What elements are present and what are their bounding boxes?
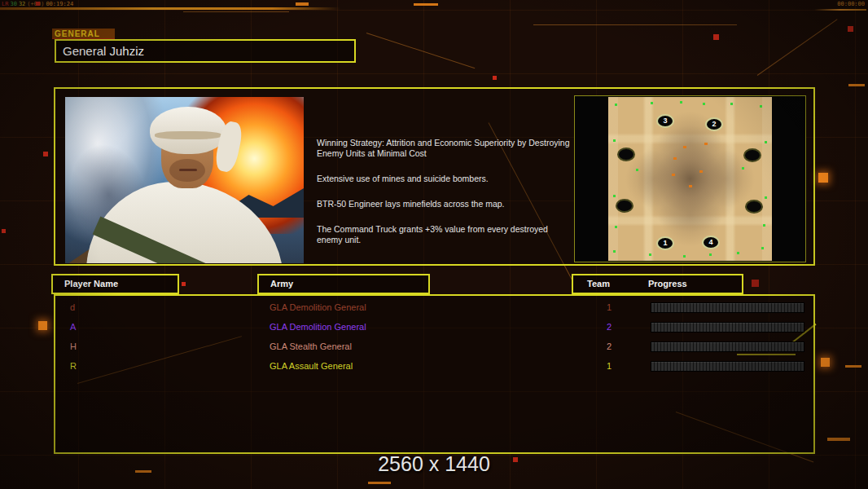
general-name: General Juhziz xyxy=(63,44,144,58)
loading-progress-bar xyxy=(651,341,804,352)
player-name: d xyxy=(70,301,75,314)
decor-dash xyxy=(414,3,438,6)
decor-square xyxy=(493,76,497,80)
decor-square xyxy=(43,152,48,156)
map-empty-position xyxy=(745,200,763,214)
column-header-team: Team xyxy=(587,275,610,293)
strategy-briefing: Winning Strategy: Attrition and Economic… xyxy=(317,138,571,260)
player-team: 1 xyxy=(603,301,616,314)
circuit-trace xyxy=(183,11,289,12)
match-clock: 00:00:00 xyxy=(837,1,865,7)
decor-glow-square xyxy=(38,321,47,330)
map-start-position: 1 xyxy=(656,236,674,250)
clock-accent-bar xyxy=(814,9,866,11)
loading-progress-bar xyxy=(651,361,804,372)
decor-dash xyxy=(368,482,391,484)
debug-seg: 30 xyxy=(10,1,16,7)
circuit-trace xyxy=(366,33,475,68)
loading-progress-bar xyxy=(651,322,804,333)
portrait-turban xyxy=(150,107,226,154)
column-header-player-name: Player Name xyxy=(51,274,179,294)
player-row: H GLA Stealth General 2 xyxy=(55,340,813,353)
decor-dash xyxy=(848,84,865,86)
general-tab-label: GENERAL xyxy=(52,29,115,39)
map-empty-position xyxy=(617,148,635,161)
general-name-box: General Juhziz xyxy=(55,39,356,63)
circuit-trace xyxy=(533,24,737,25)
decor-glow-square xyxy=(818,173,828,183)
decor-square xyxy=(713,34,719,40)
player-team: 1 xyxy=(603,359,616,372)
map-start-position: 2 xyxy=(705,117,723,131)
map-preview-image: 3 2 1 4 xyxy=(608,97,772,261)
map-start-position: 4 xyxy=(702,236,720,249)
decor-square xyxy=(182,282,186,286)
player-name: R xyxy=(70,359,77,372)
player-name: H xyxy=(70,340,77,353)
decor-square xyxy=(848,26,853,32)
player-army: GLA Stealth General xyxy=(270,340,352,353)
column-header-team-progress: Team Progress xyxy=(572,274,743,294)
debug-seg: 00:19:24 xyxy=(46,1,73,7)
decor-square xyxy=(2,229,6,233)
general-portrait-image xyxy=(65,97,304,263)
portrait-turban-band xyxy=(155,131,221,139)
map-center-dots xyxy=(683,146,686,148)
top-accent-bar xyxy=(0,7,340,10)
decor-glow-square xyxy=(821,358,830,367)
player-roster-table: d GLA Demolition General 1 A GLA Demolit… xyxy=(54,294,815,454)
portrait-mouth xyxy=(179,169,197,171)
briefing-paragraph: Winning Strategy: Attrition and Economic… xyxy=(317,138,571,159)
circuit-trace xyxy=(757,19,838,76)
decor-dash xyxy=(845,365,861,368)
loading-screen: { "hud": { "debug_segments": [ { "text":… xyxy=(0,0,868,489)
player-row: A GLA Demolition General 2 xyxy=(55,320,813,333)
player-army: GLA Demolition General xyxy=(270,320,366,333)
map-empty-position xyxy=(616,199,633,213)
player-army: GLA Assault General xyxy=(270,359,353,372)
loading-progress-bar xyxy=(651,302,804,313)
column-header-army: Army xyxy=(257,274,430,294)
column-header-progress: Progress xyxy=(648,275,687,293)
debug-seg: LR xyxy=(2,1,8,7)
decor-square xyxy=(752,280,759,287)
player-team: 2 xyxy=(603,340,616,353)
player-team: 2 xyxy=(603,320,616,333)
briefing-paragraph: BTR-50 Engineer lays minefields across t… xyxy=(317,199,571,209)
player-row: d GLA Demolition General 1 xyxy=(55,301,813,314)
map-preview-panel: 3 2 1 4 xyxy=(574,95,806,262)
decor-dash xyxy=(296,2,309,6)
debug-seg: 32 xyxy=(19,1,25,7)
decor-square xyxy=(36,2,40,6)
resolution-label: 2560 x 1440 xyxy=(0,452,868,476)
player-army: GLA Demolition General xyxy=(270,301,366,314)
player-name: A xyxy=(70,320,76,333)
map-empty-position xyxy=(743,148,761,162)
map-resource-dots xyxy=(615,104,617,106)
briefing-paragraph: The Command Truck grants +3% value from … xyxy=(317,224,571,245)
map-start-position: 3 xyxy=(656,114,674,128)
player-row: R GLA Assault General 1 xyxy=(55,359,813,372)
briefing-paragraph: Extensive use of mines and suicide bombe… xyxy=(317,174,571,184)
decor-dash xyxy=(827,438,850,441)
